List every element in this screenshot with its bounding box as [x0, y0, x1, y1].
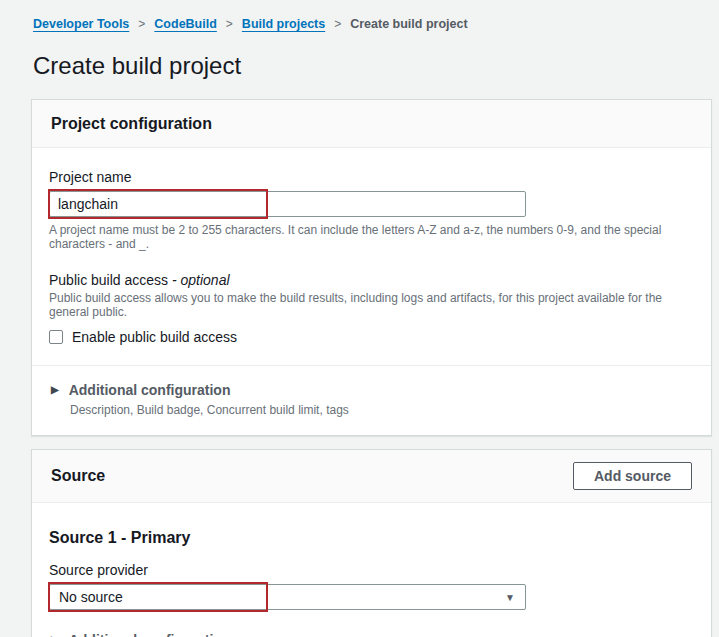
project-configuration-header: Project configuration: [32, 100, 711, 148]
enable-public-build-access-checkbox[interactable]: [49, 330, 63, 344]
breadcrumb-developer-tools[interactable]: Developer Tools: [33, 17, 129, 31]
breadcrumb-build-projects[interactable]: Build projects: [242, 17, 325, 31]
project-name-input-wrap: [49, 191, 526, 217]
caret-down-icon: ▼: [505, 592, 515, 603]
public-build-access-label: Public build access - optional: [49, 272, 692, 288]
breadcrumb-separator-icon: >: [226, 17, 233, 31]
project-configuration-body: Project name A project name must be 2 to…: [32, 148, 711, 435]
source-additional-configuration-label: Additional configuration: [69, 632, 231, 637]
source-provider-select-wrap: No source ▼: [49, 584, 526, 610]
page-title: Create build project: [33, 52, 719, 80]
public-build-access-description: Public build access allows you to make t…: [49, 291, 692, 319]
source-additional-configuration-expander[interactable]: ▶ Additional configuration: [49, 610, 692, 637]
project-configuration-card: Project configuration Project name A pro…: [31, 99, 712, 436]
breadcrumb-separator-icon: >: [334, 17, 341, 31]
source-card: Source Add source Source 1 - Primary Sou…: [31, 449, 712, 637]
source-1-primary-title: Source 1 - Primary: [49, 529, 692, 547]
optional-suffix: - optional: [172, 272, 230, 288]
breadcrumb-current-page: Create build project: [350, 17, 467, 31]
source-header: Source Add source: [32, 450, 711, 503]
public-build-access-label-text: Public build access: [49, 272, 172, 288]
source-body: Source 1 - Primary Source provider No so…: [32, 503, 711, 637]
breadcrumb-codebuild[interactable]: CodeBuild: [154, 17, 217, 31]
enable-public-build-access-row[interactable]: Enable public build access: [49, 329, 692, 345]
source-provider-value: No source: [59, 589, 123, 605]
enable-public-build-access-label: Enable public build access: [72, 329, 237, 345]
chevron-right-icon: ▶: [51, 385, 59, 395]
source-provider-label: Source provider: [49, 562, 692, 578]
project-name-input[interactable]: [49, 191, 526, 217]
source-title: Source: [51, 467, 105, 485]
additional-configuration-expander[interactable]: ▶ Additional configuration: [49, 366, 692, 398]
project-name-help-text: A project name must be 2 to 255 characte…: [49, 223, 692, 251]
project-configuration-title: Project configuration: [51, 115, 212, 133]
additional-configuration-summary: Description, Build badge, Concurrent bui…: [70, 403, 692, 435]
additional-configuration-label: Additional configuration: [69, 382, 231, 398]
add-source-button[interactable]: Add source: [573, 462, 692, 490]
source-provider-select[interactable]: No source ▼: [49, 584, 526, 610]
breadcrumb: Developer Tools > CodeBuild > Build proj…: [0, 0, 719, 31]
breadcrumb-separator-icon: >: [138, 17, 145, 31]
public-build-access-block: Public build access - optional Public bu…: [49, 272, 692, 345]
project-name-label: Project name: [49, 169, 692, 185]
